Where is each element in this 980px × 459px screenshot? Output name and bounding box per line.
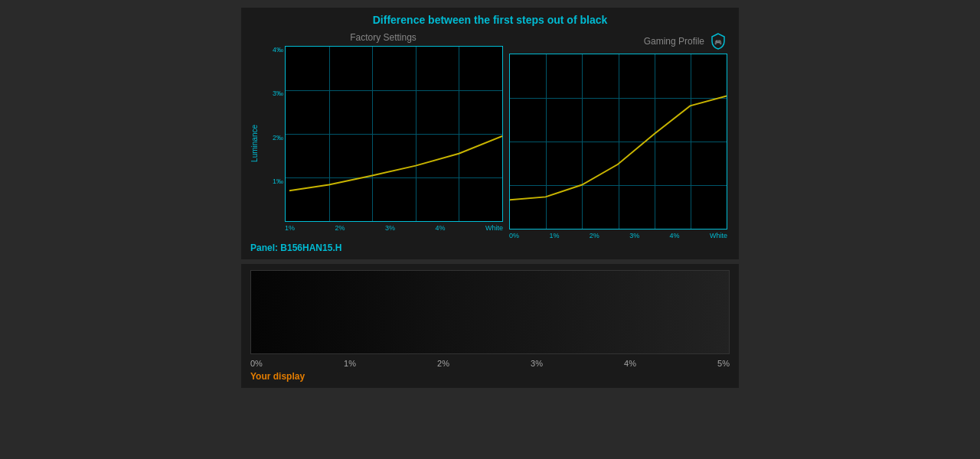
dual-chart-container: Luminance Factory Settings 4‰ 3‰ 2‰ 1‰: [250, 32, 730, 239]
x-label-white-left: White: [485, 224, 503, 232]
left-chart-grid: [285, 46, 503, 222]
gaming-shield-icon: 🎮: [709, 32, 727, 50]
main-container: Difference between the first steps out o…: [0, 0, 980, 459]
shield-gamepad-svg: 🎮: [709, 32, 727, 50]
y-axis-label: Luminance: [250, 109, 259, 162]
left-y-labels: 4‰ 3‰ 2‰ 1‰: [263, 46, 285, 222]
y-label-1: 1‰: [273, 177, 283, 185]
y-label-4: 4‰: [273, 46, 283, 54]
x-label-0pct-right: 0%: [509, 232, 519, 239]
right-chart-block: Gaming Profile 🎮: [509, 32, 727, 239]
bottom-x-4: 4%: [624, 359, 636, 368]
x-label-white-right: White: [710, 232, 727, 239]
top-section: Difference between the first steps out o…: [241, 8, 739, 259]
bottom-x-0: 0%: [250, 359, 263, 368]
chart-gap: [503, 32, 509, 239]
brightness-gradient: [251, 271, 729, 353]
left-x-labels: 1% 2% 3% 4% White: [285, 224, 503, 232]
bottom-x-2: 2%: [437, 359, 449, 368]
left-chart-header: Factory Settings: [263, 32, 503, 43]
right-chart-grid: [509, 54, 727, 230]
bottom-section: 0% 1% 2% 3% 4% 5% Your display: [241, 264, 739, 388]
left-chart-svg: [286, 47, 502, 221]
right-x-labels: 0% 1% 2% 3% 4% White: [509, 232, 727, 239]
x-label-4pct-right: 4%: [670, 232, 680, 239]
left-chart-block: Factory Settings 4‰ 3‰ 2‰ 1‰: [263, 32, 503, 239]
x-label-1pct-left: 1%: [285, 224, 295, 232]
x-label-4pct-left: 4%: [435, 224, 445, 232]
your-display-label: Your display: [250, 371, 730, 382]
left-chart-title: Factory Settings: [350, 32, 416, 43]
chart-title: Difference between the first steps out o…: [250, 14, 730, 26]
x-label-1pct-right: 1%: [549, 232, 559, 239]
right-chart-header: Gaming Profile 🎮: [509, 32, 727, 50]
y-label-3: 3‰: [273, 90, 283, 97]
bottom-x-labels: 0% 1% 2% 3% 4% 5%: [250, 357, 730, 369]
bottom-x-5: 5%: [717, 359, 730, 368]
right-chart-svg: [510, 54, 727, 229]
x-label-3pct-left: 3%: [385, 224, 395, 232]
svg-text:🎮: 🎮: [714, 38, 722, 46]
bottom-chart-area: [250, 270, 730, 354]
panel-label: Panel: B156HAN15.H: [250, 243, 730, 253]
x-label-3pct-right: 3%: [629, 232, 639, 239]
right-chart-title: Gaming Profile: [644, 36, 704, 47]
bottom-x-1: 1%: [344, 359, 356, 368]
y-label-2: 2‰: [273, 134, 283, 142]
x-label-2pct-right: 2%: [590, 232, 599, 239]
bottom-x-3: 3%: [531, 359, 543, 368]
x-label-2pct-left: 2%: [335, 224, 345, 232]
